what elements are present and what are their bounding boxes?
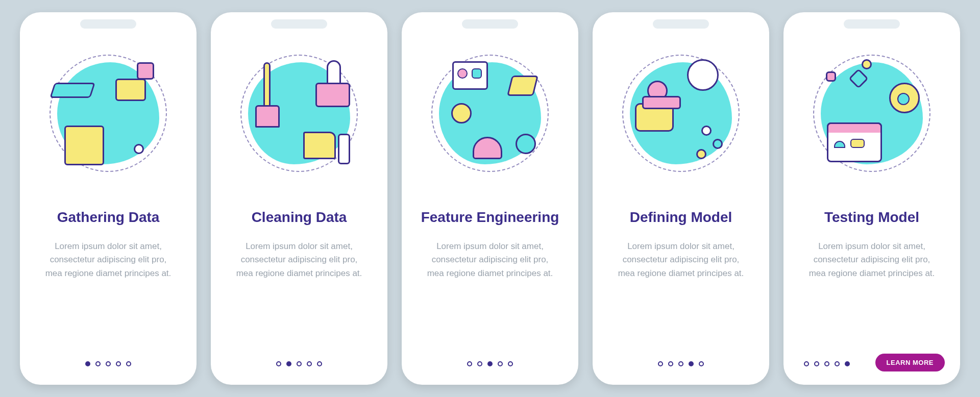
pagination-dot[interactable] xyxy=(498,361,503,366)
pagination-dot[interactable] xyxy=(106,361,111,366)
screen-description: Lorem ipsum dolor sit amet, consectetur … xyxy=(42,240,175,280)
pagination-dot[interactable] xyxy=(116,361,121,366)
screen-description: Lorem ipsum dolor sit amet, consectetur … xyxy=(424,240,556,280)
pagination-dot[interactable] xyxy=(824,361,829,366)
pagination-dot[interactable] xyxy=(699,361,704,366)
screen-title: Feature Engineering xyxy=(421,209,559,226)
pagination-dot[interactable] xyxy=(95,361,101,366)
pagination-dot[interactable] xyxy=(835,361,840,366)
pagination-dots xyxy=(804,361,850,366)
pagination-dot[interactable] xyxy=(487,361,493,366)
onboarding-screen-5: Testing Model Lorem ipsum dolor sit amet… xyxy=(783,12,960,385)
pagination-dot[interactable] xyxy=(276,361,281,366)
pagination-dot[interactable] xyxy=(508,361,513,366)
broom-wrench-icon xyxy=(233,47,365,180)
screen-title: Testing Model xyxy=(824,209,919,226)
onboarding-screen-3: Feature Engineering Lorem ipsum dolor si… xyxy=(402,12,578,385)
onboarding-screen-2: Cleaning Data Lorem ipsum dolor sit amet… xyxy=(211,12,387,385)
screen-title: Defining Model xyxy=(630,209,732,226)
pagination-dot[interactable] xyxy=(297,361,302,366)
pagination-dot[interactable] xyxy=(845,361,850,366)
screen-description: Lorem ipsum dolor sit amet, consectetur … xyxy=(233,240,365,280)
pagination-dots xyxy=(276,361,322,366)
screen-title: Gathering Data xyxy=(57,209,160,226)
screen-description: Lorem ipsum dolor sit amet, consectetur … xyxy=(615,240,747,280)
pagination-dot[interactable] xyxy=(658,361,663,366)
pagination-dot[interactable] xyxy=(307,361,312,366)
shapes-funnel-icon xyxy=(424,47,556,180)
onboarding-screen-1: Gathering Data Lorem ipsum dolor sit ame… xyxy=(20,12,197,385)
screen-title: Cleaning Data xyxy=(252,209,347,226)
pagination-dot[interactable] xyxy=(804,361,809,366)
pagination-dots xyxy=(658,361,704,366)
pagination-dot[interactable] xyxy=(477,361,482,366)
pagination-dot[interactable] xyxy=(689,361,694,366)
pagination-dot[interactable] xyxy=(467,361,472,366)
pagination-dot[interactable] xyxy=(678,361,683,366)
screen-description: Lorem ipsum dolor sit amet, consectetur … xyxy=(805,240,938,280)
pagination-dots xyxy=(85,361,131,366)
pagination-dot[interactable] xyxy=(668,361,673,366)
pagination-dot[interactable] xyxy=(286,361,291,366)
flowchart-dashboard-icon xyxy=(805,47,938,180)
pagination-dot[interactable] xyxy=(85,361,90,366)
network-magnifier-icon xyxy=(615,47,747,180)
pagination-dot[interactable] xyxy=(317,361,322,366)
funnel-data-icon xyxy=(42,47,175,180)
onboarding-screen-4: Defining Model Lorem ipsum dolor sit ame… xyxy=(593,12,769,385)
pagination-dot[interactable] xyxy=(814,361,819,366)
pagination-dot[interactable] xyxy=(126,361,131,366)
learn-more-button[interactable]: LEARN MORE xyxy=(875,354,945,371)
pagination-dots xyxy=(467,361,513,366)
